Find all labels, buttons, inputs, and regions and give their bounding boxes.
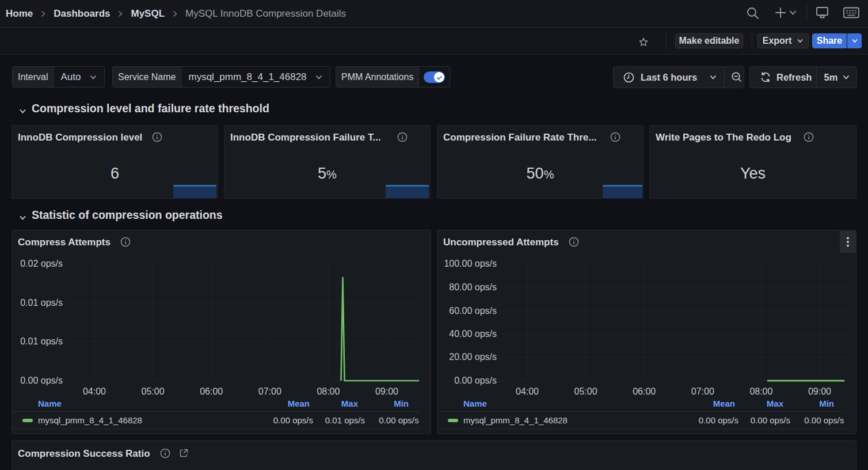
svg-text:06:00: 06:00 — [200, 386, 223, 396]
svg-text:0.01 ops/s: 0.01 ops/s — [20, 298, 63, 308]
svg-text:09:00: 09:00 — [808, 386, 831, 396]
svg-text:60.00 ops/s: 60.00 ops/s — [449, 306, 497, 316]
svg-text:04:00: 04:00 — [83, 386, 106, 396]
svg-text:0.00 ops/s: 0.00 ops/s — [20, 376, 63, 385]
svg-text:0.02 ops/s: 0.02 ops/s — [20, 259, 63, 268]
svg-text:100.00 ops/s: 100.00 ops/s — [444, 259, 497, 268]
svg-text:08:00: 08:00 — [749, 386, 772, 396]
svg-text:09:00: 09:00 — [375, 386, 398, 396]
svg-text:07:00: 07:00 — [258, 386, 281, 396]
svg-text:05:00: 05:00 — [142, 386, 165, 396]
svg-text:05:00: 05:00 — [574, 386, 597, 396]
svg-text:0.00 ops/s: 0.00 ops/s — [454, 376, 497, 385]
svg-text:06:00: 06:00 — [633, 386, 656, 396]
svg-text:20.00 ops/s: 20.00 ops/s — [449, 352, 497, 362]
svg-text:0.01 ops/s: 0.01 ops/s — [20, 336, 63, 346]
svg-text:08:00: 08:00 — [317, 386, 340, 396]
svg-text:40.00 ops/s: 40.00 ops/s — [449, 329, 497, 339]
svg-text:07:00: 07:00 — [691, 386, 714, 396]
svg-text:04:00: 04:00 — [516, 386, 539, 396]
svg-text:80.00 ops/s: 80.00 ops/s — [449, 282, 497, 292]
